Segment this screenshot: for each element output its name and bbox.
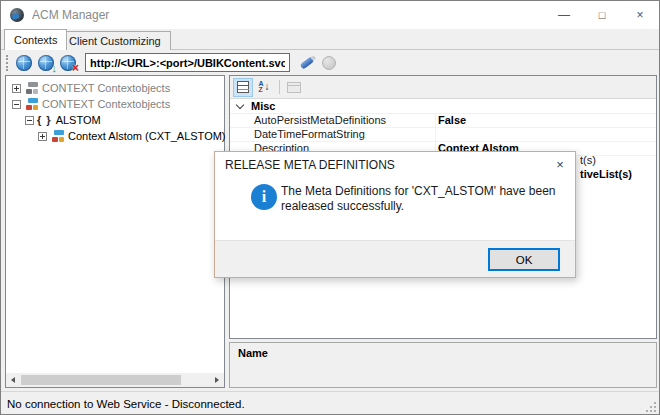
status-indicator-button (318, 53, 340, 73)
dialog-close-icon[interactable]: × (551, 155, 569, 173)
window-controls: — □ × (545, 1, 659, 29)
context-gray-icon (25, 82, 38, 94)
property-grid-toolbar: AZ ↓ (230, 76, 656, 99)
tree-item-label: CONTEXT Contextobjects (42, 98, 170, 110)
tree-horizontal-scrollbar[interactable] (6, 373, 224, 387)
alphabetical-sort-button[interactable]: AZ ↓ (254, 78, 274, 97)
plug-icon (300, 56, 315, 69)
dialog-footer: OK (215, 240, 575, 277)
partial-property-value: t(s) (580, 154, 596, 167)
az-sort-icon: AZ ↓ (258, 81, 269, 93)
scrollbar-thumb[interactable] (21, 375, 181, 385)
toolbar-separator (279, 80, 280, 94)
disconnect-service-button[interactable]: × (57, 53, 79, 73)
minimize-button[interactable]: — (545, 1, 583, 29)
tree-item-label: Context Alstom (CXT_ALSTOM) (68, 130, 226, 142)
dialog-title: RELEASE META DEFINITIONS (225, 158, 395, 172)
refresh-service-button[interactable]: ↓ (35, 53, 57, 73)
braces-icon: { } (37, 114, 52, 126)
context-color-icon (51, 130, 64, 142)
property-value[interactable]: False (435, 114, 656, 127)
ok-button[interactable]: OK (488, 248, 560, 271)
expand-icon[interactable] (12, 84, 21, 93)
service-url-input[interactable] (85, 53, 290, 72)
tree-item-context-objects-1[interactable]: CONTEXT Contextobjects (10, 80, 224, 96)
resize-grip[interactable] (646, 402, 656, 412)
test-connection-button[interactable] (296, 53, 318, 73)
tab-contexts[interactable]: Contexts (4, 29, 67, 50)
category-label: Misc (251, 100, 275, 112)
tab-client-customizing[interactable]: Client Customizing (59, 31, 171, 50)
globe-icon (16, 55, 32, 71)
tab-strip: Contexts Client Customizing (1, 29, 659, 50)
description-pane-title: Name (238, 347, 268, 359)
categorized-view-button[interactable] (233, 78, 253, 97)
tree-item-label: ALSTOM (56, 114, 101, 126)
property-row[interactable]: AutoPersistMetaDefinitions False (230, 114, 656, 128)
close-button[interactable]: × (621, 1, 659, 29)
context-tree-panel: CONTEXT Contextobjects CONTEXT Contextob… (5, 75, 225, 388)
tree-item-context-alstom[interactable]: Context Alstom (CXT_ALSTOM) (10, 128, 224, 144)
category-row-misc[interactable]: Misc (230, 99, 656, 114)
collapse-icon[interactable] (25, 116, 34, 125)
property-pages-button (284, 78, 304, 97)
property-pages-icon (287, 82, 301, 93)
info-icon: i (251, 184, 277, 210)
tree-item-context-objects-2[interactable]: CONTEXT Contextobjects (10, 96, 224, 112)
scroll-left-icon[interactable] (6, 373, 20, 387)
dialog-message: The Meta Definitions for 'CXT_ALSTOM' ha… (281, 184, 581, 214)
categorized-icon (237, 81, 249, 93)
property-row[interactable]: DateTimeFormatString (230, 128, 656, 142)
status-bar: No connection to Web Service - Disconnec… (1, 391, 659, 415)
disabled-circle-icon (322, 56, 336, 70)
app-icon (10, 8, 24, 22)
window-title: ACM Manager (32, 8, 109, 22)
red-x-icon: × (72, 63, 79, 74)
tree-item-alstom[interactable]: { } ALSTOM (10, 112, 224, 128)
toolbar-grip (6, 55, 8, 71)
release-meta-definitions-dialog: RELEASE META DEFINITIONS × i The Meta De… (214, 151, 576, 278)
connection-toolbar: ↓ × (1, 50, 659, 75)
partial-property-value: tiveList(s) (580, 168, 632, 181)
scroll-right-icon[interactable] (210, 373, 224, 387)
expand-icon[interactable] (38, 132, 47, 141)
status-text: No connection to Web Service - Disconnec… (7, 398, 245, 410)
connect-service-button[interactable] (13, 53, 35, 73)
property-description-pane: Name (229, 342, 657, 388)
property-name: DateTimeFormatString (230, 128, 435, 141)
tree-item-label: CONTEXT Contextobjects (42, 82, 170, 94)
property-name: AutoPersistMetaDefinitions (230, 114, 435, 127)
title-bar: ACM Manager — □ × (1, 1, 659, 29)
acm-manager-window: ACM Manager — □ × Contexts Client Custom… (0, 0, 660, 415)
chevron-down-icon[interactable] (236, 101, 244, 109)
context-color-icon (25, 98, 38, 110)
maximize-button[interactable]: □ (583, 1, 621, 29)
property-value[interactable] (435, 128, 656, 141)
collapse-icon[interactable] (12, 100, 21, 109)
